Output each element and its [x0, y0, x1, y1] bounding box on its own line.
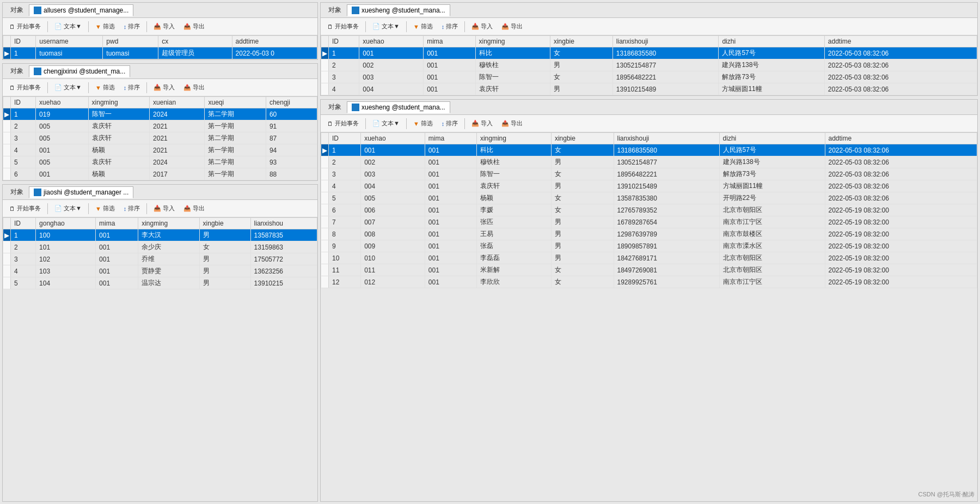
table-row[interactable]: 4004001袁庆轩男13910215489方城丽圆11幢2022-05-03 … — [321, 180, 977, 192]
table-row[interactable]: 11011001米新解女18497269081北京市朝阳区2022-05-19 … — [321, 264, 977, 276]
table-row[interactable]: 3005袁庆轩2021第二学期87 — [3, 132, 317, 144]
col-xingbie-5[interactable]: xingbie — [551, 133, 614, 144]
export-btn-2[interactable]: 📤 导出 — [180, 82, 208, 93]
table-row[interactable]: 6006001李媛女12765789352北京市朝阳区2022-05-19 08… — [321, 204, 977, 216]
col-xuehao-2[interactable]: xuehao — [36, 97, 89, 108]
table-row[interactable]: 6001杨颖2017第一学期88 — [3, 168, 317, 180]
table-row[interactable]: ▶1100001李大汉男13587835 — [3, 229, 317, 241]
begin-transaction-btn-3[interactable]: 🗒 开始事务 — [6, 203, 44, 214]
col-mima-5[interactable]: mima — [425, 133, 476, 144]
export-btn-3[interactable]: 📤 导出 — [180, 203, 208, 214]
table-row[interactable]: 4103001贾静雯男13623256 — [3, 265, 317, 277]
cell: 3 — [11, 132, 36, 144]
col-xuehao-5[interactable]: xuehao — [361, 133, 425, 144]
filter-btn-1[interactable]: ▼ 筛选 — [92, 21, 118, 32]
filter-btn-3[interactable]: ▼ 筛选 — [92, 203, 118, 214]
col-dizhi-5[interactable]: dizhi — [719, 133, 825, 144]
xuesheng-bottom-tab[interactable]: xuesheng @student_mana... — [347, 101, 450, 113]
export-btn-1[interactable]: 📤 导出 — [180, 21, 208, 32]
table-row[interactable]: 5005001杨颖女13587835380开明路22号2022-05-03 08… — [321, 192, 977, 204]
col-xuenian-2[interactable]: xuenian — [150, 97, 205, 108]
col-xuehao-4[interactable]: xuehao — [359, 36, 424, 47]
col-lianxi-4[interactable]: lianxishouji — [612, 36, 719, 47]
import-btn-2[interactable]: 📥 导入 — [150, 82, 178, 93]
table-row[interactable]: 4001杨颖2021第一学期94 — [3, 144, 317, 156]
col-xingming-4[interactable]: xingming — [475, 36, 550, 47]
text-btn-5[interactable]: 📄 文本▼ — [369, 118, 403, 129]
col-dizhi-4[interactable]: dizhi — [719, 36, 824, 47]
table-row[interactable]: 7007001张匹男16789287654南京市江宁区2022-05-19 08… — [321, 216, 977, 228]
table-row[interactable]: 3102001乔维男17505772 — [3, 253, 317, 265]
table-row[interactable]: 5005袁庆轩2024第二学期93 — [3, 156, 317, 168]
col-id-3[interactable]: ID — [11, 218, 36, 229]
import-btn-4[interactable]: 📥 导入 — [468, 21, 496, 32]
table-row[interactable]: 3003001陈智一女18956482221解放路73号2022-05-03 0… — [321, 71, 977, 83]
col-username-1[interactable]: username — [36, 36, 103, 47]
col-mima-3[interactable]: mima — [96, 218, 138, 229]
col-lianxi-5[interactable]: lianxishouji — [614, 133, 719, 144]
col-xueqi-2[interactable]: xueqi — [205, 97, 266, 108]
filter-btn-5[interactable]: ▼ 筛选 — [410, 118, 436, 129]
col-id-2[interactable]: ID — [11, 97, 36, 108]
sort-btn-4[interactable]: ↕ 排序 — [438, 21, 462, 32]
begin-transaction-btn-1[interactable]: 🗒 开始事务 — [6, 21, 44, 32]
export-btn-5[interactable]: 📤 导出 — [498, 118, 526, 129]
table-row[interactable]: 2002001穆铁柱男13052154877建兴路138号2022-05-03 … — [321, 156, 977, 168]
cell: 001 — [425, 240, 476, 252]
col-cx-1[interactable]: cx — [158, 36, 232, 47]
cell: 男 — [551, 252, 614, 264]
table-row[interactable]: ▶ 1 tuomasi tuomasi 超级管理员 2022-05-03 0 — [3, 47, 317, 59]
table-row[interactable]: 10010001李磊磊男18427689171北京市朝阳区2022-05-19 … — [321, 252, 977, 264]
table-row[interactable]: 2101001余少庆女13159863 — [3, 241, 317, 253]
begin-transaction-btn-5[interactable]: 🗒 开始事务 — [324, 118, 362, 129]
table-row[interactable]: ▶1019陈智一2024第二学期60 — [3, 108, 317, 120]
col-mima-4[interactable]: mima — [424, 36, 475, 47]
col-chengji-2[interactable]: chengji — [266, 97, 317, 108]
begin-transaction-btn-4[interactable]: 🗒 开始事务 — [324, 21, 362, 32]
import-btn-3[interactable]: 📥 导入 — [150, 203, 178, 214]
filter-btn-4[interactable]: ▼ 筛选 — [410, 21, 436, 32]
sort-btn-3[interactable]: ↕ 排序 — [120, 203, 144, 214]
sort-btn-1[interactable]: ↕ 排序 — [120, 21, 144, 32]
col-addtime-4[interactable]: addtime — [824, 36, 977, 47]
col-id-5[interactable]: ID — [329, 133, 361, 144]
table-row[interactable]: 12012001李欣欣女19289925761南京市江宁区2022-05-19 … — [321, 276, 977, 288]
cell: 001 — [425, 264, 476, 276]
table-row[interactable]: 4004001袁庆轩男13910215489方城丽圆11幢2022-05-03 … — [321, 83, 977, 95]
text-btn-3[interactable]: 📄 文本▼ — [51, 203, 85, 214]
jiaoshi-tab[interactable]: jiaoshi @student_manager ... — [29, 186, 133, 198]
sort-btn-5[interactable]: ↕ 排序 — [438, 118, 462, 129]
table-row[interactable]: 2005袁庆轩2021第一学期91 — [3, 120, 317, 132]
col-id-1[interactable]: ID — [11, 36, 36, 47]
xuesheng-top-tab[interactable]: xuesheng @student_mana... — [347, 4, 450, 16]
col-xingming-3[interactable]: xingming — [138, 218, 199, 229]
col-xingming-5[interactable]: xingming — [476, 133, 551, 144]
text-btn-4[interactable]: 📄 文本▼ — [369, 21, 403, 32]
filter-btn-2[interactable]: ▼ 筛选 — [92, 82, 118, 93]
col-xingbie-3[interactable]: xingbie — [199, 218, 250, 229]
col-xingming-2[interactable]: xingming — [88, 97, 149, 108]
col-id-4[interactable]: ID — [329, 36, 359, 47]
table-row[interactable]: 8008001王易男12987639789南京市鼓楼区2022-05-19 08… — [321, 228, 977, 240]
col-xingbie-4[interactable]: xingbie — [550, 36, 612, 47]
export-btn-4[interactable]: 📤 导出 — [498, 21, 526, 32]
table-row[interactable]: 5104001温宗达男13910215 — [3, 277, 317, 289]
col-addtime-5[interactable]: addtime — [825, 133, 977, 144]
table-row[interactable]: 3003001陈智一女18956482221解放路73号2022-05-03 0… — [321, 168, 977, 180]
col-gonghao-3[interactable]: gonghao — [36, 218, 96, 229]
col-pwd-1[interactable]: pwd — [103, 36, 158, 47]
allusers-tab[interactable]: allusers @student_manage... — [29, 4, 133, 16]
table-row[interactable]: ▶1001001科比女13186835580人民路57号2022-05-03 0… — [321, 47, 977, 59]
table-row[interactable]: 9009001张磊男18909857891南京市溧水区2022-05-19 08… — [321, 240, 977, 252]
text-btn-1[interactable]: 📄 文本▼ — [51, 21, 85, 32]
begin-transaction-btn-2[interactable]: 🗒 开始事务 — [6, 82, 44, 93]
col-addtime-1[interactable]: addtime — [232, 36, 317, 47]
table-row[interactable]: ▶1001001科比女13186835580人民路57号2022-05-03 0… — [321, 144, 977, 156]
table-row[interactable]: 2002001穆铁柱男13052154877建兴路138号2022-05-03 … — [321, 59, 977, 71]
text-btn-2[interactable]: 📄 文本▼ — [51, 82, 85, 93]
chengjixinxi-tab[interactable]: chengjixinxi @student_ma... — [29, 65, 130, 77]
import-btn-1[interactable]: 📥 导入 — [150, 21, 178, 32]
col-lianxishou-3[interactable]: lianxishou — [250, 218, 317, 229]
sort-btn-2[interactable]: ↕ 排序 — [120, 82, 144, 93]
import-btn-5[interactable]: 📥 导入 — [468, 118, 496, 129]
